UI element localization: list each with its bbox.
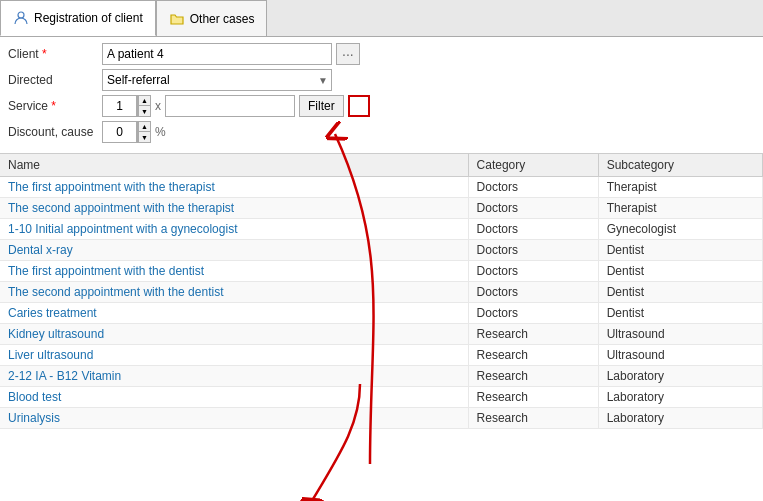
cell-subcategory: Dentist xyxy=(598,303,762,324)
folder-icon xyxy=(169,11,185,27)
svg-point-0 xyxy=(18,12,24,18)
col-subcategory: Subcategory xyxy=(598,154,762,177)
table-row[interactable]: 1-10 Initial appointment with a gynecolo… xyxy=(0,219,763,240)
cell-subcategory: Laboratory xyxy=(598,366,762,387)
tab-other-cases-label: Other cases xyxy=(190,12,255,26)
discount-down-button[interactable]: ▼ xyxy=(138,132,150,142)
client-label: Client * xyxy=(8,47,98,61)
cell-subcategory: Laboratory xyxy=(598,408,762,429)
tab-other-cases[interactable]: Other cases xyxy=(156,0,268,36)
cell-subcategory: Laboratory xyxy=(598,387,762,408)
cell-category: Doctors xyxy=(468,240,598,261)
cell-category: Research xyxy=(468,387,598,408)
qty-wrapper: ▲ ▼ xyxy=(102,95,151,117)
cell-name[interactable]: The second appointment with the dentist xyxy=(0,282,468,303)
discount-row: Discount, cause ▲ ▼ % xyxy=(8,121,755,143)
discount-wrapper: ▲ ▼ xyxy=(102,121,151,143)
service-row: Service * ▲ ▼ x Filter xyxy=(8,95,755,117)
client-input[interactable] xyxy=(102,43,332,65)
cell-category: Research xyxy=(468,408,598,429)
discount-input[interactable] xyxy=(102,121,137,143)
table-body: The first appointment with the therapist… xyxy=(0,177,763,429)
cell-category: Doctors xyxy=(468,177,598,198)
cell-name[interactable]: Urinalysis xyxy=(0,408,468,429)
table-row[interactable]: Kidney ultrasoundResearchUltrasound xyxy=(0,324,763,345)
directed-select[interactable]: Self-referral Referral xyxy=(102,69,332,91)
cell-subcategory: Therapist xyxy=(598,177,762,198)
services-table-container: Name Category Subcategory The first appo… xyxy=(0,154,763,501)
cell-subcategory: Therapist xyxy=(598,198,762,219)
discount-spinner: ▲ ▼ xyxy=(137,121,151,143)
services-table: Name Category Subcategory The first appo… xyxy=(0,154,763,429)
cell-subcategory: Dentist xyxy=(598,261,762,282)
qty-spinner: ▲ ▼ xyxy=(137,95,151,117)
cell-name[interactable]: Liver ultrasound xyxy=(0,345,468,366)
table-header-row: Name Category Subcategory xyxy=(0,154,763,177)
client-more-button[interactable]: ··· xyxy=(336,43,360,65)
tab-registration[interactable]: Registration of client xyxy=(0,0,156,36)
directed-label: Directed xyxy=(8,73,98,87)
client-input-group: ··· xyxy=(102,43,360,65)
col-name: Name xyxy=(0,154,468,177)
table-row[interactable]: Caries treatmentDoctorsDentist xyxy=(0,303,763,324)
qty-down-button[interactable]: ▼ xyxy=(138,106,150,116)
tab-bar: Registration of client Other cases xyxy=(0,0,763,37)
cell-subcategory: Gynecologist xyxy=(598,219,762,240)
directed-row: Directed Self-referral Referral ▼ xyxy=(8,69,755,91)
cell-subcategory: Dentist xyxy=(598,240,762,261)
cell-category: Doctors xyxy=(468,303,598,324)
filter-button[interactable]: Filter xyxy=(299,95,344,117)
cell-name[interactable]: Dental x-ray xyxy=(0,240,468,261)
table-row[interactable]: UrinalysisResearchLaboratory xyxy=(0,408,763,429)
table-row[interactable]: Liver ultrasoundResearchUltrasound xyxy=(0,345,763,366)
table-row[interactable]: 2-12 IA - B12 VitaminResearchLaboratory xyxy=(0,366,763,387)
cell-subcategory: Dentist xyxy=(598,282,762,303)
cell-subcategory: Ultrasound xyxy=(598,324,762,345)
form-area: Client * ··· Directed Self-referral Refe… xyxy=(0,37,763,154)
cell-name[interactable]: Caries treatment xyxy=(0,303,468,324)
service-select[interactable] xyxy=(165,95,295,117)
cell-category: Doctors xyxy=(468,261,598,282)
cell-category: Research xyxy=(468,345,598,366)
table-row[interactable]: The second appointment with the therapis… xyxy=(0,198,763,219)
cell-subcategory: Ultrasound xyxy=(598,345,762,366)
discount-up-button[interactable]: ▲ xyxy=(138,122,150,132)
table-row[interactable]: The first appointment with the dentistDo… xyxy=(0,261,763,282)
cell-name[interactable]: Kidney ultrasound xyxy=(0,324,468,345)
table-row[interactable]: The second appointment with the dentistD… xyxy=(0,282,763,303)
cell-name[interactable]: Blood test xyxy=(0,387,468,408)
qty-up-button[interactable]: ▲ xyxy=(138,96,150,106)
service-label: Service * xyxy=(8,99,98,113)
table-header: Name Category Subcategory xyxy=(0,154,763,177)
cell-name[interactable]: 1-10 Initial appointment with a gynecolo… xyxy=(0,219,468,240)
table-row[interactable]: The first appointment with the therapist… xyxy=(0,177,763,198)
cell-category: Doctors xyxy=(468,219,598,240)
discount-controls: ▲ ▼ % xyxy=(102,121,166,143)
cell-name[interactable]: The first appointment with the dentist xyxy=(0,261,468,282)
cell-category: Doctors xyxy=(468,198,598,219)
filter-box-indicator xyxy=(348,95,370,117)
main-content: Client * ··· Directed Self-referral Refe… xyxy=(0,37,763,501)
col-category: Category xyxy=(468,154,598,177)
tab-registration-label: Registration of client xyxy=(34,11,143,25)
person-icon xyxy=(13,10,29,26)
cell-category: Research xyxy=(468,324,598,345)
cell-name[interactable]: 2-12 IA - B12 Vitamin xyxy=(0,366,468,387)
service-qty-input[interactable] xyxy=(102,95,137,117)
cell-category: Doctors xyxy=(468,282,598,303)
discount-label: Discount, cause xyxy=(8,125,98,139)
x-label: x xyxy=(155,99,161,113)
table-row[interactable]: Blood testResearchLaboratory xyxy=(0,387,763,408)
service-select-wrapper xyxy=(165,95,295,117)
pct-label: % xyxy=(155,125,166,139)
client-row: Client * ··· xyxy=(8,43,755,65)
service-controls: ▲ ▼ x Filter xyxy=(102,95,370,117)
table-row[interactable]: Dental x-rayDoctorsDentist xyxy=(0,240,763,261)
cell-name[interactable]: The second appointment with the therapis… xyxy=(0,198,468,219)
cell-name[interactable]: The first appointment with the therapist xyxy=(0,177,468,198)
directed-select-wrapper: Self-referral Referral ▼ xyxy=(102,69,332,91)
cell-category: Research xyxy=(468,366,598,387)
